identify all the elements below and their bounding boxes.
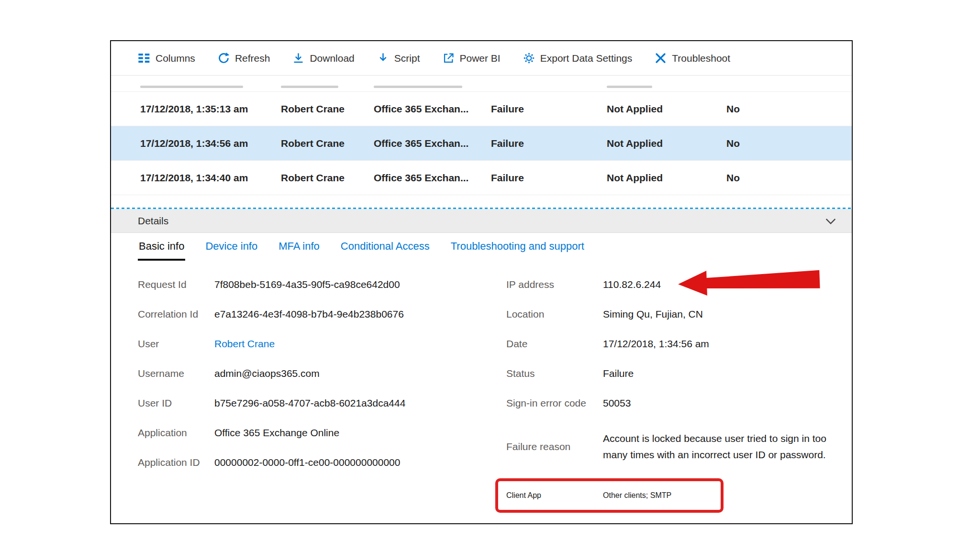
field-date: Date 17/12/2018, 1:34:56 am	[506, 329, 853, 359]
spacer	[111, 195, 852, 208]
user-link[interactable]: Robert Crane	[214, 338, 275, 350]
field-value: admin@ciaops365.com	[214, 368, 320, 379]
field-label: User ID	[138, 397, 214, 409]
field-application: Application Office 365 Exchange Online	[138, 418, 479, 448]
export-data-settings-label: Export Data Settings	[540, 53, 633, 64]
signins-table: 17/12/2018, 1:35:13 am Robert Crane Offi…	[111, 76, 852, 195]
cell-conditional-access: Not Applied	[607, 172, 663, 184]
clipped-row	[111, 76, 852, 92]
download-button[interactable]: Download	[292, 52, 354, 65]
cell-user: Robert Crane	[281, 172, 345, 184]
tab-mfa-info[interactable]: MFA info	[278, 233, 321, 261]
details-left-column: Request Id 7f808beb-5169-4a35-90f5-ca98c…	[111, 270, 479, 477]
cell-status: Failure	[491, 138, 524, 149]
field-label: Correlation Id	[138, 309, 214, 320]
cell-date: 17/12/2018, 1:34:40 am	[140, 172, 248, 184]
details-tabs: Basic info Device info MFA info Conditio…	[111, 233, 852, 261]
field-label: Failure reason	[506, 441, 603, 452]
signin-detail-panel: Columns Refresh Download Script	[110, 40, 853, 524]
field-label: User	[138, 338, 214, 350]
table-row-selected[interactable]: 17/12/2018, 1:34:56 am Robert Crane Offi…	[111, 126, 852, 161]
field-request-id: Request Id 7f808beb-5169-4a35-90f5-ca98c…	[138, 270, 479, 299]
cell-mfa-required: No	[726, 103, 740, 115]
field-label: IP address	[506, 279, 603, 290]
field-user-id: User ID b75e7296-a058-4707-acb8-6021a3dc…	[138, 388, 479, 418]
cell-application: Office 365 Exchan...	[374, 172, 468, 184]
columns-label: Columns	[156, 53, 195, 64]
field-value: Account is locked because user tried to …	[603, 430, 842, 463]
refresh-icon	[217, 52, 230, 65]
field-value: Siming Qu, Fujian, CN	[603, 309, 703, 320]
cell-user: Robert Crane	[281, 138, 345, 149]
gear-icon	[523, 52, 535, 65]
field-ip-address: IP address 110.82.6.244	[506, 270, 853, 299]
troubleshoot-label: Troubleshoot	[672, 53, 730, 64]
troubleshoot-icon	[654, 52, 667, 65]
cell-date: 17/12/2018, 1:35:13 am	[140, 103, 248, 115]
cell-status: Failure	[491, 103, 524, 115]
field-user: User Robert Crane	[138, 329, 479, 359]
columns-button[interactable]: Columns	[138, 52, 195, 65]
columns-icon	[138, 52, 151, 65]
script-label: Script	[394, 53, 420, 64]
field-value: b75e7296-a058-4707-acb8-6021a3dca444	[214, 397, 405, 409]
details-title: Details	[138, 215, 168, 227]
field-status: Status Failure	[506, 359, 853, 388]
power-bi-icon	[442, 52, 455, 65]
table-row[interactable]: 17/12/2018, 1:35:13 am Robert Crane Offi…	[111, 92, 852, 126]
download-icon	[292, 52, 305, 65]
cell-application: Office 365 Exchan...	[374, 138, 468, 149]
cell-user: Robert Crane	[281, 103, 345, 115]
field-value: e7a13246-4e3f-4098-b7b4-9e4b238b0676	[214, 309, 404, 320]
cell-conditional-access: Not Applied	[607, 103, 663, 115]
field-label: Location	[506, 309, 603, 320]
field-value: Office 365 Exchange Online	[214, 427, 339, 439]
field-location: Location Siming Qu, Fujian, CN	[506, 299, 853, 329]
field-label: Username	[138, 368, 214, 379]
cell-mfa-required: No	[726, 172, 740, 184]
export-data-settings-button[interactable]: Export Data Settings	[523, 52, 633, 65]
field-application-id: Application ID 00000002-0000-0ff1-ce00-0…	[138, 448, 479, 477]
field-label: Request Id	[138, 279, 214, 290]
chevron-down-icon[interactable]	[824, 214, 837, 228]
field-label: Application	[138, 427, 214, 439]
troubleshoot-button[interactable]: Troubleshoot	[654, 52, 730, 65]
cell-status: Failure	[491, 172, 524, 184]
script-icon	[377, 52, 390, 65]
details-content: Request Id 7f808beb-5169-4a35-90f5-ca98c…	[111, 261, 852, 524]
cell-date: 17/12/2018, 1:34:56 am	[140, 138, 248, 149]
tab-conditional-access[interactable]: Conditional Access	[340, 233, 431, 261]
field-value: 17/12/2018, 1:34:56 am	[603, 338, 709, 350]
field-value: Other clients; SMTP	[603, 491, 671, 500]
field-correlation-id: Correlation Id e7a13246-4e3f-4098-b7b4-9…	[138, 299, 479, 329]
field-label: Date	[506, 338, 603, 350]
table-row[interactable]: 17/12/2018, 1:34:40 am Robert Crane Offi…	[111, 161, 852, 195]
details-right-column: IP address 110.82.6.244 Location Siming …	[479, 270, 853, 513]
cell-application: Office 365 Exchan...	[374, 103, 468, 115]
power-bi-button[interactable]: Power BI	[442, 52, 501, 65]
field-failure-reason: Failure reason Account is locked because…	[506, 418, 853, 475]
field-value: 00000002-0000-0ff1-ce00-000000000000	[214, 457, 400, 468]
cell-conditional-access: Not Applied	[607, 138, 663, 149]
field-label: Status	[506, 368, 603, 379]
field-signin-error-code: Sign-in error code 50053	[506, 388, 853, 418]
field-label: Sign-in error code	[506, 397, 603, 409]
details-header[interactable]: Details	[111, 209, 852, 233]
field-client-app: Client App Other clients; SMTP	[506, 478, 746, 513]
tab-device-info[interactable]: Device info	[204, 233, 258, 261]
tab-basic-info[interactable]: Basic info	[138, 233, 185, 261]
field-label: Application ID	[138, 457, 214, 468]
field-value: Failure	[603, 368, 634, 379]
field-value: 110.82.6.244	[603, 279, 661, 290]
field-label: Client App	[506, 491, 603, 500]
script-button[interactable]: Script	[377, 52, 420, 65]
toolbar: Columns Refresh Download Script	[111, 41, 852, 76]
refresh-button[interactable]: Refresh	[217, 52, 270, 65]
power-bi-label: Power BI	[460, 53, 501, 64]
refresh-label: Refresh	[235, 53, 270, 64]
page: Columns Refresh Download Script	[0, 0, 980, 551]
field-value: 7f808beb-5169-4a35-90f5-ca98ce642d00	[214, 279, 400, 290]
field-username: Username admin@ciaops365.com	[138, 359, 479, 388]
tab-troubleshooting-support[interactable]: Troubleshooting and support	[450, 233, 585, 261]
field-value: 50053	[603, 397, 631, 409]
